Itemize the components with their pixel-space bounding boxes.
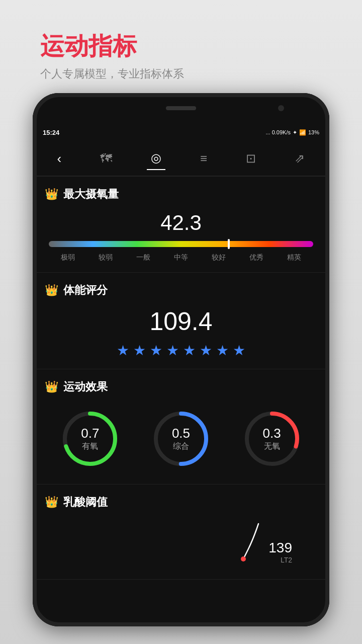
- anaerobic-value: 0.3: [263, 426, 281, 441]
- page-subtitle: 个人专属模型，专业指标体系: [40, 66, 184, 82]
- vo2max-value: 42.3: [45, 211, 317, 235]
- signal-text: ... 0.09K/s: [265, 129, 291, 135]
- star-5: ★: [183, 342, 196, 359]
- crown-icon-lactate: 👑: [45, 496, 58, 509]
- page-title: 运动指标: [40, 30, 184, 62]
- effect-label: 运动效果: [63, 379, 108, 394]
- star-1: ★: [117, 342, 129, 359]
- comprehensive-value: 0.5: [172, 426, 190, 441]
- list-icon[interactable]: ≡: [196, 147, 211, 170]
- camera-dot: [278, 105, 284, 111]
- comprehensive-name: 综合: [173, 442, 189, 450]
- location-icon[interactable]: 🗺: [96, 147, 116, 170]
- star-4: ★: [166, 342, 179, 359]
- aerobic-text: 0.7 有氧: [81, 426, 99, 452]
- star-3: ★: [150, 342, 162, 359]
- anaerobic-circle: 0.3 无氧: [242, 409, 302, 469]
- bar-marker: [228, 239, 230, 249]
- bluetooth-icon: ✦: [293, 129, 297, 136]
- comprehensive-circle: 0.5 综合: [151, 409, 211, 469]
- star-8-half: ★: [233, 342, 245, 359]
- speaker: [166, 106, 196, 110]
- crown-icon-vo2max: 👑: [45, 188, 58, 201]
- search-icon[interactable]: ⊡: [242, 147, 260, 170]
- comprehensive-circle-wrapper: 0.5 综合: [151, 409, 211, 469]
- fitness-section: 👑 体能评分 109.4 ★ ★ ★ ★ ★ ★ ★ ★: [33, 273, 329, 369]
- fitness-label: 体能评分: [63, 283, 108, 298]
- lactate-section: 👑 乳酸阈值 139 LT2: [33, 485, 329, 580]
- wifi-icon: 📶: [299, 129, 306, 136]
- phone-frame: 15:24 ... 0.09K/s ✦ 📶 13% ‹ 🗺 ◎ ≡ ⊡ ⇗ 👑 …: [33, 93, 329, 626]
- phone-top-bar: [33, 93, 329, 123]
- page-header: 运动指标 个人专属模型，专业指标体系: [40, 30, 184, 82]
- back-button[interactable]: ‹: [53, 147, 66, 171]
- fitness-value: 109.4: [45, 307, 317, 336]
- lactate-title: 👑 乳酸阈值: [45, 495, 317, 510]
- lactate-value: 139: [268, 540, 302, 556]
- app-content: 👑 最大摄氧量 42.3 极弱 较弱 一般 中等 较好 优秀 精英 👑 体能评分: [33, 177, 329, 626]
- status-icons: ... 0.09K/s ✦ 📶 13%: [265, 129, 319, 136]
- status-bar: 15:24 ... 0.09K/s ✦ 📶 13%: [33, 123, 329, 141]
- vo2max-label: 最大摄氧量: [63, 187, 119, 202]
- fitness-title: 👑 体能评分: [45, 283, 317, 298]
- vo2max-section: 👑 最大摄氧量 42.3 极弱 较弱 一般 中等 较好 优秀 精英: [33, 177, 329, 273]
- crown-icon-fitness: 👑: [45, 284, 58, 297]
- star-7: ★: [216, 342, 229, 359]
- aerobic-circle-wrapper: 0.7 有氧: [60, 409, 120, 469]
- aerobic-value: 0.7: [81, 426, 99, 441]
- crown-icon-effect: 👑: [45, 380, 58, 393]
- nav-bar: ‹ 🗺 ◎ ≡ ⊡ ⇗: [33, 141, 329, 177]
- star-2: ★: [133, 342, 146, 359]
- star-6: ★: [200, 342, 212, 359]
- refresh-icon[interactable]: ◎: [147, 147, 165, 170]
- exercise-effect-section: 👑 运动效果 0.7 有氧: [33, 369, 329, 485]
- status-time: 15:24: [43, 129, 59, 136]
- label-中等: 中等: [162, 253, 200, 262]
- vo2max-title: 👑 最大摄氧量: [45, 187, 317, 202]
- comprehensive-text: 0.5 综合: [172, 426, 190, 452]
- label-极弱: 极弱: [49, 253, 86, 262]
- aerobic-circle: 0.7 有氧: [60, 409, 120, 469]
- bar-labels: 极弱 较弱 一般 中等 较好 优秀 精英: [45, 253, 317, 262]
- stars-row: ★ ★ ★ ★ ★ ★ ★ ★: [45, 342, 317, 359]
- label-较弱: 较弱: [86, 253, 124, 262]
- anaerobic-name: 无氧: [264, 442, 280, 450]
- label-较好: 较好: [200, 253, 238, 262]
- label-一般: 一般: [124, 253, 162, 262]
- anaerobic-text: 0.3 无氧: [263, 426, 281, 452]
- battery-text: 13%: [308, 129, 319, 135]
- aerobic-name: 有氧: [82, 442, 98, 450]
- label-优秀: 优秀: [238, 253, 276, 262]
- anaerobic-circle-wrapper: 0.3 无氧: [242, 409, 302, 469]
- lactate-curve-chart: [228, 519, 263, 564]
- effect-circles: 0.7 有氧 0.5 综合: [45, 404, 317, 474]
- svg-point-7: [241, 556, 246, 561]
- lactate-label: 乳酸阈值: [63, 495, 108, 510]
- label-精英: 精英: [276, 253, 313, 262]
- lactate-lt2-label: LT2: [268, 556, 302, 564]
- gradient-bar: [49, 241, 313, 247]
- share-icon[interactable]: ⇗: [291, 147, 309, 170]
- effect-title: 👑 运动效果: [45, 379, 317, 394]
